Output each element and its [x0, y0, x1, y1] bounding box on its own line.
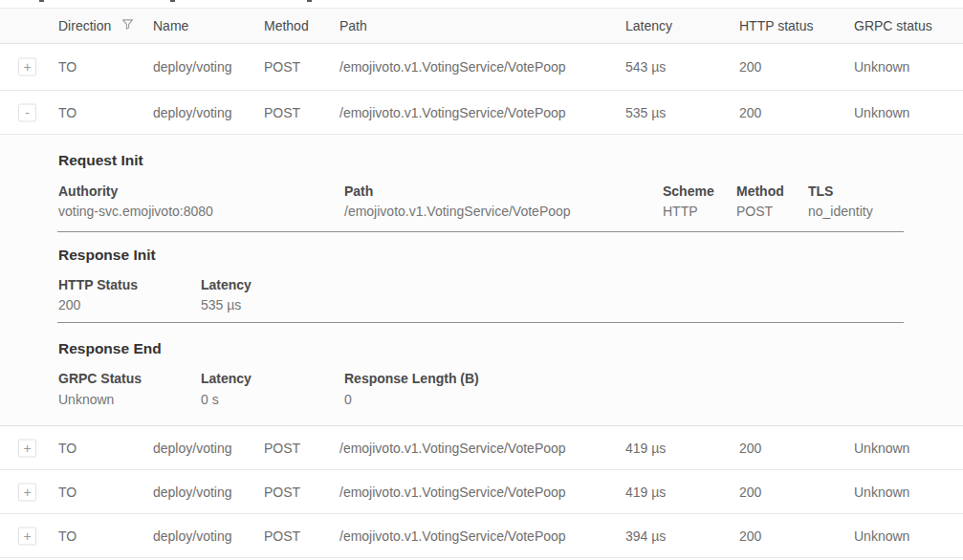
column-header-path: Path [339, 18, 367, 33]
table-header: Direction Name Method Path Latency HTTP … [0, 8, 963, 44]
direction-cell: TO [58, 528, 77, 544]
column-header-direction: Direction [58, 18, 111, 33]
grpc-status-cell: Unknown [854, 105, 909, 120]
table-row: + TO deploy/voting POST /emojivoto.v1.Vo… [0, 426, 963, 470]
column-header-grpc-status: GRPC status [854, 18, 932, 33]
authority-label: Authority [58, 183, 118, 199]
expand-row-button[interactable]: + [18, 483, 36, 501]
scheme-label: Scheme [663, 183, 714, 199]
latency-cell: 419 µs [625, 485, 666, 500]
tls-label: TLS [808, 183, 833, 199]
direction-cell: TO [58, 59, 77, 75]
method-cell: POST [264, 528, 300, 544]
name-link[interactable]: deploy/voting [153, 105, 232, 120]
method-cell: POST [264, 485, 300, 500]
name-link[interactable]: deploy/voting [153, 59, 232, 75]
path-cell: /emojivoto.v1.VotingService/VotePoop [339, 485, 566, 500]
latency-cell: 419 µs [625, 441, 666, 456]
latency-label: Latency [201, 371, 252, 386]
http-status-cell: 200 [739, 105, 761, 120]
http-status-label: HTTP Status [58, 277, 138, 292]
latency-cell: 543 µs [625, 59, 666, 75]
request-init-title: Request Init [58, 152, 143, 169]
cut-off-text-fragment [307, 0, 312, 2]
path-cell: /emojivoto.v1.VotingService/VotePoop [339, 528, 566, 544]
filter-icon[interactable] [119, 17, 136, 34]
method-cell: POST [264, 441, 300, 456]
method-label: Method [736, 183, 784, 199]
latency-value: 0 s [201, 392, 219, 407]
table-row: + TO deploy/voting POST /emojivoto.v1.Vo… [0, 44, 963, 91]
column-header-http-status: HTTP status [739, 18, 814, 33]
http-status-cell: 200 [739, 59, 761, 75]
direction-cell: TO [58, 485, 77, 500]
expand-row-button[interactable]: + [18, 527, 36, 545]
grpc-status-cell: Unknown [854, 59, 909, 75]
grpc-status-value: Unknown [58, 392, 114, 407]
tls-value: no_identity [808, 204, 873, 219]
section-divider [57, 322, 904, 323]
method-value: POST [736, 204, 773, 219]
grpc-status-cell: Unknown [854, 441, 909, 456]
http-status-cell: 200 [739, 441, 761, 456]
expand-row-button[interactable]: + [18, 439, 36, 457]
column-header-method: Method [264, 18, 309, 33]
http-status-value: 200 [58, 297, 80, 312]
collapse-row-button[interactable]: - [18, 103, 36, 121]
path-cell: /emojivoto.v1.VotingService/VotePoop [339, 59, 566, 75]
http-status-cell: 200 [739, 485, 761, 500]
column-header-name: Name [153, 18, 188, 33]
latency-label: Latency [201, 277, 252, 292]
response-end-title: Response End [58, 340, 162, 357]
direction-cell: TO [58, 441, 77, 456]
path-cell: /emojivoto.v1.VotingService/VotePoop [339, 441, 566, 456]
path-label: Path [344, 183, 373, 199]
section-divider [57, 231, 904, 232]
name-link[interactable]: deploy/voting [153, 485, 232, 500]
latency-cell: 394 µs [625, 528, 666, 544]
authority-value: voting-svc.emojivoto:8080 [58, 204, 213, 219]
tap-table-screen: Direction Name Method Path Latency HTTP … [0, 0, 963, 560]
response-length-label: Response Length (B) [344, 371, 479, 386]
expanded-row-detail: Request Init Authority voting-svc.emojiv… [0, 135, 963, 426]
table-row: + TO deploy/voting POST /emojivoto.v1.Vo… [0, 514, 963, 558]
path-cell: /emojivoto.v1.VotingService/VotePoop [339, 105, 566, 120]
cut-off-text-fragment [170, 0, 175, 2]
grpc-status-cell: Unknown [854, 528, 909, 544]
name-link[interactable]: deploy/voting [153, 528, 232, 544]
latency-value: 535 µs [201, 297, 241, 312]
expand-row-button[interactable]: + [18, 58, 36, 76]
response-length-value: 0 [344, 392, 352, 407]
funnel-glyph [120, 17, 135, 32]
table-row-expanded: - TO deploy/voting POST /emojivoto.v1.Vo… [0, 91, 963, 135]
response-init-title: Response Init [58, 247, 156, 264]
scheme-value: HTTP [663, 204, 698, 219]
grpc-status-cell: Unknown [854, 485, 909, 500]
name-link[interactable]: deploy/voting [153, 441, 232, 456]
method-cell: POST [264, 59, 300, 75]
latency-cell: 535 µs [625, 105, 666, 120]
column-header-latency: Latency [625, 18, 672, 33]
method-cell: POST [264, 105, 300, 120]
table-row: + TO deploy/voting POST /emojivoto.v1.Vo… [0, 470, 963, 514]
http-status-cell: 200 [739, 528, 761, 544]
grpc-status-label: GRPC Status [58, 371, 142, 386]
cut-off-text-fragment [39, 0, 44, 2]
path-value: /emojivoto.v1.VotingService/VotePoop [344, 204, 571, 219]
direction-cell: TO [58, 105, 77, 120]
